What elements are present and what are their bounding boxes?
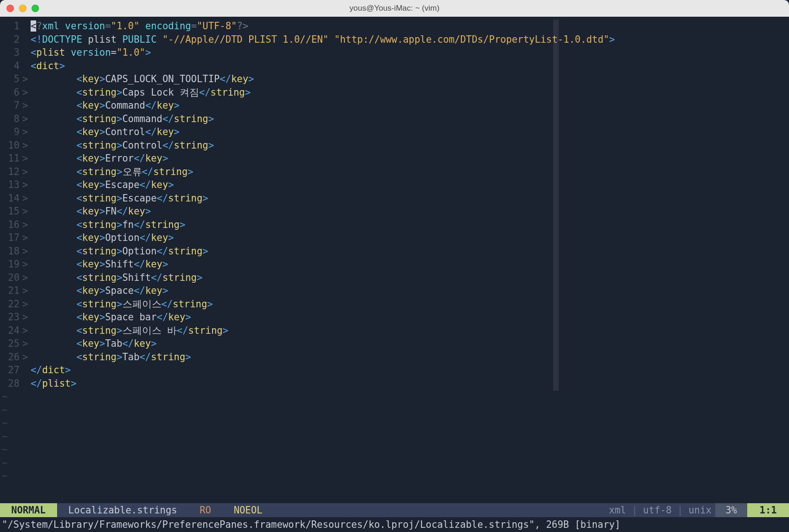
code-content[interactable]: <key>Space</key> [31, 284, 168, 298]
code-line[interactable]: 18> <string>Option</string> [0, 245, 789, 258]
code-line[interactable]: 21> <key>Space</key> [0, 284, 789, 298]
noeol-flag: NOEOL [222, 503, 273, 517]
code-line[interactable]: 2<!DOCTYPE plist PUBLIC "-//Apple//DTD P… [0, 33, 789, 46]
empty-line-tilde: ~ [0, 469, 789, 483]
fold-marker-icon[interactable]: > [22, 139, 31, 152]
empty-line-tilde: ~ [0, 443, 789, 456]
code-line[interactable]: 13> <key>Escape</key> [0, 178, 789, 192]
code-line[interactable]: 19> <key>Shift</key> [0, 258, 789, 271]
fold-marker-icon[interactable]: > [22, 178, 31, 192]
code-content[interactable]: <plist version="1.0"> [31, 46, 151, 59]
line-number: 1 [0, 19, 22, 33]
code-line[interactable]: 27</dict> [0, 363, 789, 377]
code-content[interactable]: <string>Caps Lock 켜짐</string> [31, 86, 251, 99]
code-content[interactable]: <dict> [31, 59, 65, 73]
command-line[interactable]: "/System/Library/Frameworks/PreferencePa… [0, 517, 789, 532]
line-number: 2 [0, 33, 22, 46]
code-content[interactable]: <string>스페이스 바</string> [31, 324, 228, 337]
fold-marker-icon[interactable]: > [22, 271, 31, 285]
fold-marker-icon[interactable]: > [22, 311, 31, 324]
code-content[interactable]: <string>fn</string> [31, 218, 185, 232]
code-line[interactable]: 4<dict> [0, 59, 789, 73]
code-content[interactable]: <string>Command</string> [31, 112, 214, 126]
code-line[interactable]: 23> <key>Space bar</key> [0, 311, 789, 324]
fold-marker-icon[interactable]: > [22, 165, 31, 179]
fold-marker-icon[interactable]: > [22, 258, 31, 271]
code-content[interactable]: <string>오류</string> [31, 165, 194, 179]
code-line[interactable]: 28</plist> [0, 377, 789, 390]
code-content[interactable]: <key>Control</key> [31, 125, 180, 139]
code-content[interactable]: <key>Shift</key> [31, 258, 168, 271]
fold-marker-icon[interactable]: > [22, 245, 31, 258]
code-line[interactable]: 15> <key>FN</key> [0, 205, 789, 218]
statusline: NORMAL Localizable.strings RO NOEOL xml … [0, 503, 789, 517]
code-content[interactable]: <string>스페이스</string> [31, 298, 213, 311]
fold-marker-icon[interactable]: > [22, 324, 31, 337]
line-number: 5 [0, 72, 22, 86]
code-line[interactable]: 20> <string>Shift</string> [0, 271, 789, 285]
line-number: 13 [0, 178, 22, 192]
code-content[interactable]: <string>Tab</string> [31, 350, 191, 364]
fold-marker-icon[interactable]: > [22, 125, 31, 139]
fold-marker-icon[interactable]: > [22, 205, 31, 218]
fold-marker-icon[interactable]: > [22, 99, 31, 112]
code-line[interactable]: 17> <key>Option</key> [0, 231, 789, 245]
empty-line-tilde: ~ [0, 390, 789, 403]
fold-marker-icon[interactable]: > [22, 112, 31, 126]
fold-marker-icon[interactable]: > [22, 298, 31, 311]
editor-area[interactable]: 1<?xml version="1.0" encoding="UTF-8"?>2… [0, 17, 789, 503]
encoding: utf-8 [639, 503, 675, 517]
code-content[interactable]: <string>Control</string> [31, 139, 214, 152]
line-number: 3 [0, 46, 22, 59]
fold-marker-icon[interactable]: > [22, 218, 31, 232]
fold-marker-icon[interactable]: > [22, 72, 31, 86]
code-content[interactable]: </plist> [31, 377, 77, 390]
platform: unix [685, 503, 715, 517]
code-line[interactable]: 1<?xml version="1.0" encoding="UTF-8"?> [0, 19, 789, 33]
code-line[interactable]: 7> <key>Command</key> [0, 99, 789, 112]
code-line[interactable]: 5> <key>CAPS_LOCK_ON_TOOLTIP</key> [0, 72, 789, 86]
code-content[interactable]: <string>Option</string> [31, 245, 208, 258]
code-content[interactable]: <string>Shift</string> [31, 271, 202, 285]
code-line[interactable]: 25> <key>Tab</key> [0, 337, 789, 350]
fold-marker-icon[interactable]: > [22, 231, 31, 245]
code-content[interactable]: <key>Tab</key> [31, 337, 157, 350]
fold-marker-icon[interactable]: > [22, 152, 31, 165]
code-content[interactable]: <!DOCTYPE plist PUBLIC "-//Apple//DTD PL… [31, 33, 615, 46]
fold-marker-icon[interactable]: > [22, 337, 31, 350]
code-line[interactable]: 16> <string>fn</string> [0, 218, 789, 232]
code-content[interactable]: <key>Command</key> [31, 99, 180, 112]
readonly-flag: RO [188, 503, 222, 517]
code-content[interactable]: <key>Error</key> [31, 152, 168, 165]
empty-line-tilde: ~ [0, 416, 789, 430]
code-line[interactable]: 6> <string>Caps Lock 켜짐</string> [0, 86, 789, 99]
code-line[interactable]: 24> <string>스페이스 바</string> [0, 324, 789, 337]
code-content[interactable]: <key>CAPS_LOCK_ON_TOOLTIP</key> [31, 72, 254, 86]
line-number: 19 [0, 258, 22, 271]
fold-marker-icon[interactable]: > [22, 86, 31, 99]
code-line[interactable]: 3<plist version="1.0"> [0, 46, 789, 59]
fold-marker-icon[interactable]: > [22, 284, 31, 298]
fold-marker-icon[interactable]: > [22, 192, 31, 205]
fold-marker-icon[interactable]: > [22, 350, 31, 364]
code-content[interactable]: </dict> [31, 363, 71, 377]
window-title: yous@Yous-iMac: ~ (vim) [0, 4, 789, 13]
code-content[interactable]: <?xml version="1.0" encoding="UTF-8"?> [31, 19, 248, 33]
code-line[interactable]: 8> <string>Command</string> [0, 112, 789, 126]
code-content[interactable]: <key>Escape</key> [31, 178, 174, 192]
separator-icon: | [630, 505, 639, 516]
code-content[interactable]: <key>Space bar</key> [31, 311, 191, 324]
code-content[interactable]: <key>FN</key> [31, 205, 151, 218]
code-line[interactable]: 22> <string>스페이스</string> [0, 298, 789, 311]
code-line[interactable]: 14> <string>Escape</string> [0, 192, 789, 205]
code-line[interactable]: 9> <key>Control</key> [0, 125, 789, 139]
code-line[interactable]: 10> <string>Control</string> [0, 139, 789, 152]
line-number: 16 [0, 218, 22, 232]
code-line[interactable]: 12> <string>오류</string> [0, 165, 789, 179]
code-content[interactable]: <string>Escape</string> [31, 192, 208, 205]
window-titlebar: yous@Yous-iMac: ~ (vim) [0, 0, 789, 17]
code-content[interactable]: <key>Option</key> [31, 231, 174, 245]
code-line[interactable]: 11> <key>Error</key> [0, 152, 789, 165]
line-number: 6 [0, 86, 22, 99]
code-line[interactable]: 26> <string>Tab</string> [0, 350, 789, 364]
